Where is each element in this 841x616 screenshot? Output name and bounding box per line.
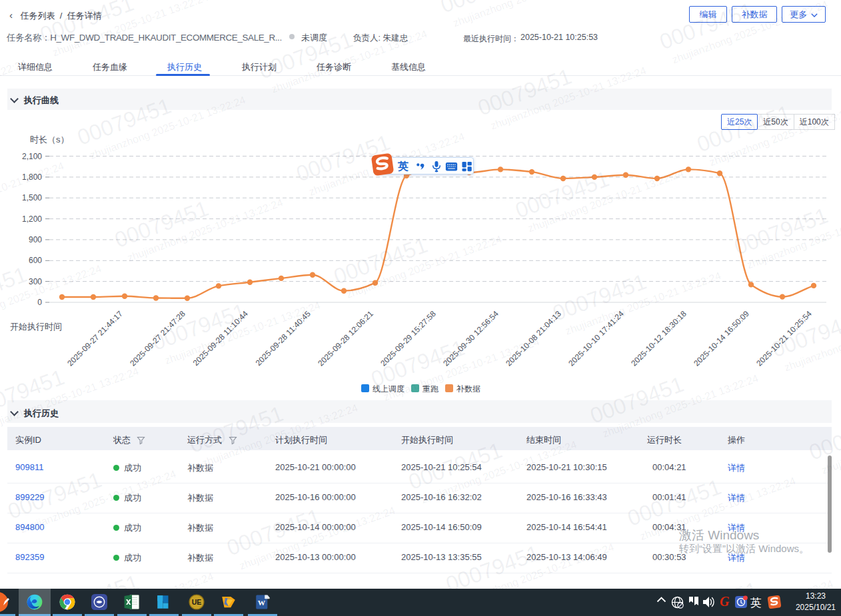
svg-text:UE: UE (192, 598, 202, 606)
svg-text:W: W (258, 599, 266, 607)
